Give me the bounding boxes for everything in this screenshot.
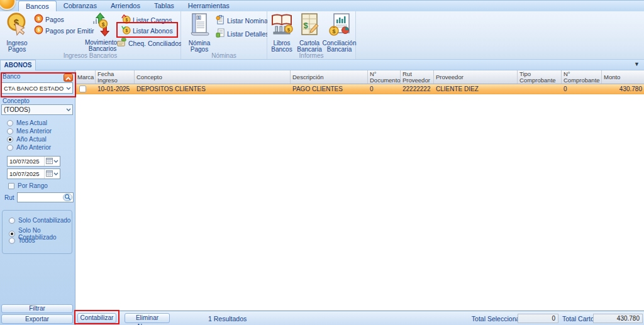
radio-ano-actual-label: Año Actual [16, 136, 47, 143]
column-header-concepto[interactable]: Concepto [135, 70, 291, 84]
payroll-document-icon: $ [189, 13, 210, 40]
concepto-label: Concepto [3, 97, 30, 104]
document-tab-strip: ABONOS ▼ [0, 60, 644, 70]
column-header-n-comprobante[interactable]: N° Comprobante [562, 70, 602, 84]
por-rango-label: Por Rango [18, 182, 48, 189]
banco-select-value: CTA BANCO ESTADO - 12345 [2, 85, 64, 92]
listar-abonos-button[interactable]: $ Listar Abonos [121, 25, 173, 36]
listar-cargos-button[interactable]: $ Listar Cargos [121, 14, 172, 25]
row-checkbox[interactable] [79, 85, 86, 92]
chevron-up-icon [65, 74, 71, 82]
column-header-monto[interactable]: Monto [602, 70, 644, 84]
tab-arriendos[interactable]: Arriendos [104, 1, 147, 12]
ribbon-group-ingresos-bancarios: $ Ingreso Pagos $ Pagos [0, 11, 181, 59]
column-header-marca[interactable]: Marca [75, 70, 96, 84]
svg-text:$: $ [332, 28, 335, 35]
column-header-proveedor[interactable]: Proveedor [434, 70, 518, 84]
listar-nominas-button[interactable]: Listar Nominas [216, 15, 271, 26]
banco-label: Banco [3, 73, 20, 80]
concepto-select[interactable]: (TODOS) [1, 104, 73, 115]
filtrar-button[interactable]: Filtrar [1, 304, 73, 313]
eliminar-abonos-button[interactable]: Eliminar Abonos [125, 313, 170, 323]
listar-nominas-label: Listar Nominas [227, 17, 271, 25]
tab-tablas[interactable]: Tablas [147, 1, 181, 12]
por-rango-checkbox-row[interactable]: Por Rango [8, 182, 48, 189]
tab-herramientas[interactable]: Herramientas [181, 1, 236, 12]
table-row[interactable]: 10-01-2025 DEPOSITOS CLIENTES PAGO CLIEN… [75, 84, 644, 94]
arrows-up-down-coin-icon: $ [92, 12, 113, 39]
group-label-nominas: Nóminas [181, 52, 267, 59]
chevron-down-icon [53, 160, 58, 163]
radio-icon [7, 120, 13, 126]
row-n-documento: 0 [368, 85, 401, 92]
ribbon: $ Ingreso Pagos $ Pagos [0, 11, 644, 60]
column-header-rut-proveedor[interactable]: Rut Proveedor [401, 70, 434, 84]
radio-solo-contabilizado-label: Solo Contabilizado [18, 217, 70, 224]
ingreso-pagos-button[interactable]: $ Ingreso Pagos [1, 13, 33, 53]
coin-icon: $ [34, 14, 43, 25]
tab-abonos-panel[interactable]: ABONOS [0, 60, 36, 70]
movimientos-bancarios-button[interactable]: $ Movimientos Bancarios [86, 12, 119, 53]
cheq-conciliados-button[interactable]: Cheq. Conciliados [117, 38, 182, 48]
radio-mes-actual[interactable]: Mes Actual [7, 119, 47, 126]
contabilizado-groupbox: Solo Contabilizado Solo No Contabilizado… [2, 210, 72, 254]
search-icon [64, 194, 71, 202]
document-detail-icon [216, 28, 225, 39]
chevron-down-icon [64, 108, 72, 111]
coin-arrow-up-icon: $ [121, 14, 131, 25]
radio-solo-contabilizado[interactable]: Solo Contabilizado [9, 217, 70, 224]
row-fecha-ingreso: 10-01-2025 [96, 85, 135, 92]
open-book-bank-icon: $ [270, 13, 293, 40]
listar-detalles-button[interactable]: Listar Detalles [216, 28, 269, 39]
row-proveedor: CLIENTE DIEZ [434, 85, 518, 92]
calendar-button[interactable] [44, 169, 60, 179]
bottom-action-bar: Contabilizar Eliminar Abonos 1 Resultado… [75, 311, 644, 325]
chevron-down-icon [64, 87, 72, 90]
moneybag-chart-icon: $ [328, 13, 351, 40]
panel-menu-arrow-icon[interactable]: ▼ [634, 61, 640, 67]
contabilizar-button[interactable]: Contabilizar [77, 313, 116, 323]
collapse-panel-button[interactable] [64, 74, 73, 82]
ribbon-tabs: Bancos Cobranzas Arriendos Tablas Herram… [18, 1, 236, 12]
chevron-down-icon [53, 172, 58, 175]
radio-ano-actual[interactable]: Año Actual [7, 136, 47, 143]
listar-cargos-label: Listar Cargos [133, 16, 172, 24]
group-label-informes: Informes [267, 52, 355, 59]
rut-search-button[interactable] [63, 194, 72, 201]
radio-todos[interactable]: Todos [9, 237, 35, 244]
total-seleccionado-value: 0 [518, 314, 558, 323]
checkbox-icon [8, 183, 14, 189]
column-header-tipo-comprobante[interactable]: Tipo Comprobante [518, 70, 562, 84]
nomina-pagos-button[interactable]: $ Nómina Pagos [185, 13, 214, 53]
column-header-fecha-ingreso[interactable]: Fecha Ingreso [96, 70, 135, 84]
app-orb-button[interactable] [0, 0, 16, 10]
cartola-bancaria-label: Cartola Bancaria [296, 40, 323, 53]
radio-icon [9, 238, 15, 244]
tab-cobranzas[interactable]: Cobranzas [57, 1, 104, 12]
pagos-button[interactable]: $ Pagos [34, 14, 64, 25]
tab-bancos[interactable]: Bancos [18, 1, 57, 12]
nomina-pagos-label: Nómina Pagos [185, 40, 214, 53]
row-monto: 430.780 [602, 85, 644, 92]
libros-bancos-button[interactable]: $ Libros Bancos [268, 13, 296, 53]
cartola-bancaria-button[interactable]: $ Cartola Bancaria [296, 13, 323, 53]
radio-mes-anterior[interactable]: Mes Anterior [7, 128, 52, 135]
radio-icon [7, 128, 13, 135]
banco-select[interactable]: CTA BANCO ESTADO - 12345 [1, 82, 73, 94]
date-from-picker[interactable]: 10/07/2025 [7, 156, 60, 167]
resultados-count: 1 Resultados [208, 315, 247, 322]
column-header-n-documento[interactable]: N° Documento [368, 70, 401, 84]
radio-icon [7, 145, 13, 151]
radio-ano-anterior[interactable]: Año Anterior [7, 144, 51, 151]
conciliacion-bancaria-button[interactable]: $ Conciliación Bancaria [323, 13, 355, 53]
ribbon-group-informes: $ Libros Bancos $ C [267, 11, 356, 59]
exportar-button[interactable]: Exportar [1, 314, 73, 324]
cheque-stamp-icon [117, 38, 126, 48]
coin-hand-icon: $ [6, 13, 28, 40]
date-to-picker[interactable]: 10/07/2025 [7, 168, 60, 179]
row-concepto: DEPOSITOS CLIENTES [135, 85, 291, 92]
svg-text:$: $ [303, 21, 308, 30]
column-header-descripcion[interactable]: Descripción [291, 70, 368, 84]
total-cartola-value: 430.780 [593, 314, 643, 323]
calendar-button[interactable] [44, 157, 60, 166]
